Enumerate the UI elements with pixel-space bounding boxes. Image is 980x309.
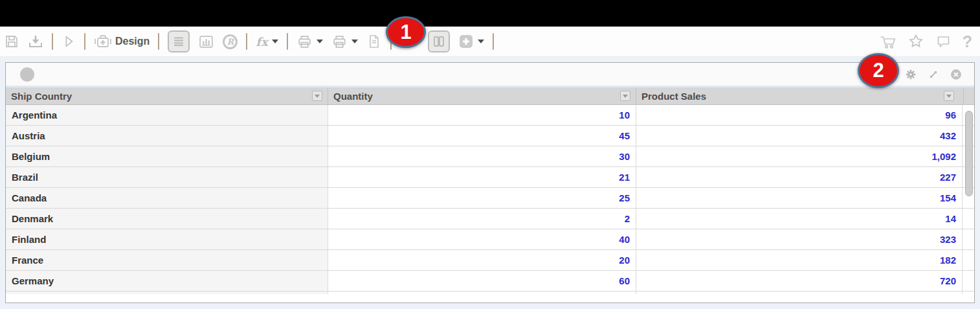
table-row: France 20 182 (6, 250, 974, 271)
cell-quantity[interactable]: 21 (328, 167, 636, 187)
table-cell (636, 292, 963, 294)
report-panel: Ship Country Quantity Product Sales Arge… (5, 62, 975, 303)
panel-actions (904, 68, 965, 81)
column-header-label: Product Sales (641, 91, 706, 102)
split-view-button[interactable] (428, 30, 450, 52)
expand-button[interactable] (927, 68, 940, 81)
column-header-product-sales: Product Sales (636, 87, 964, 104)
print-preview-icon (331, 34, 348, 50)
chevron-down-icon (351, 40, 358, 43)
annotation-callout-1: 1 (386, 16, 426, 48)
table-cell (963, 292, 974, 294)
column-header-ship-country: Ship Country (6, 87, 328, 104)
cell-quantity[interactable]: 25 (328, 188, 636, 208)
table-row: Finland 40 323 (6, 229, 974, 250)
cell-ship-country: France (6, 250, 328, 270)
table-header-row: Ship Country Quantity Product Sales (6, 87, 974, 105)
cell-product-sales[interactable]: 96 (636, 105, 963, 125)
cell-gutter (963, 209, 974, 229)
cell-ship-country: Austria (6, 126, 328, 146)
cell-ship-country: Canada (6, 188, 328, 208)
cell-product-sales[interactable]: 323 (636, 229, 963, 249)
feedback-button[interactable] (935, 34, 952, 49)
cell-quantity[interactable]: 30 (328, 146, 636, 166)
add-icon (458, 34, 474, 49)
table-row: Canada 25 154 (6, 188, 974, 209)
cart-icon (879, 34, 896, 49)
table-view-button[interactable] (168, 30, 190, 52)
add-button[interactable] (458, 34, 484, 49)
help-icon: ? (963, 34, 972, 50)
cell-ship-country: Belgium (6, 146, 328, 166)
table-body: Argentina 10 96 Austria 45 432 Belgium 3… (6, 105, 974, 292)
close-icon (950, 68, 963, 81)
toolbar-separator (246, 33, 247, 50)
toolbar-separator (493, 33, 494, 50)
marketplace-button[interactable] (879, 34, 896, 49)
filter-dropdown-icon[interactable] (620, 91, 630, 101)
cell-product-sales[interactable]: 227 (636, 167, 963, 187)
run-button[interactable] (61, 34, 76, 49)
r-view-icon: R (223, 34, 238, 49)
panel-header (6, 63, 974, 87)
formula-button[interactable]: fx (256, 35, 278, 49)
table-cell (328, 292, 636, 294)
cell-product-sales[interactable]: 14 (636, 209, 963, 229)
table-cell (6, 292, 328, 294)
help-button[interactable]: ? (963, 34, 972, 50)
cell-gutter (963, 271, 974, 291)
cell-ship-country: Denmark (6, 209, 328, 229)
cell-product-sales[interactable]: 1,092 (636, 146, 963, 166)
fx-icon: fx (256, 35, 267, 49)
cell-quantity[interactable]: 2 (328, 209, 636, 229)
cell-ship-country: Argentina (6, 105, 328, 125)
callout-number: 1 (400, 21, 411, 44)
toolbar-separator (52, 33, 53, 50)
favorite-button[interactable] (908, 33, 924, 50)
cell-product-sales[interactable]: 432 (636, 126, 963, 146)
table-row: Austria 45 432 (6, 126, 974, 146)
print-icon (296, 34, 313, 50)
cell-gutter (963, 250, 974, 270)
split-view-icon (431, 34, 447, 49)
filter-dropdown-icon[interactable] (312, 91, 322, 101)
chart-view-button[interactable] (198, 34, 214, 50)
partial-row (6, 292, 974, 294)
column-header-label: Ship Country (11, 91, 72, 102)
document-button[interactable] (366, 34, 382, 49)
export-icon (28, 34, 43, 49)
design-icon (94, 34, 112, 49)
cell-quantity[interactable]: 60 (328, 271, 636, 291)
filter-dropdown-icon[interactable] (944, 91, 954, 101)
toolbar-right-group: ? (879, 33, 974, 50)
cell-product-sales[interactable]: 720 (636, 271, 963, 291)
r-view-button[interactable]: R (223, 34, 238, 49)
document-icon (366, 34, 382, 49)
chevron-down-icon (272, 40, 278, 43)
save-button[interactable] (4, 34, 19, 49)
table-row: Belgium 30 1,092 (6, 146, 974, 167)
comment-icon (935, 34, 952, 49)
save-icon (4, 34, 19, 49)
table-row: Denmark 2 14 (6, 209, 974, 229)
vertical-scrollbar[interactable] (965, 111, 973, 196)
toolbar-separator (84, 33, 85, 50)
cell-quantity[interactable]: 10 (328, 105, 636, 125)
cell-product-sales[interactable]: 182 (636, 250, 963, 270)
design-button[interactable]: Design (94, 34, 150, 49)
print-button[interactable] (296, 34, 323, 50)
close-button[interactable] (950, 68, 963, 81)
cell-ship-country: Finland (6, 229, 328, 249)
print-preview-button[interactable] (331, 34, 358, 50)
cell-quantity[interactable]: 45 (328, 126, 636, 146)
cell-quantity[interactable]: 40 (328, 229, 636, 249)
callout-number: 2 (873, 59, 884, 82)
settings-button[interactable] (904, 68, 917, 81)
content-area: Ship Country Quantity Product Sales Arge… (0, 57, 980, 309)
table-row: Germany 60 720 (6, 271, 974, 292)
star-icon (908, 33, 924, 50)
export-button[interactable] (28, 34, 43, 49)
cell-quantity[interactable]: 20 (328, 250, 636, 270)
cell-product-sales[interactable]: 154 (636, 188, 963, 208)
cell-ship-country: Brazil (6, 167, 328, 187)
